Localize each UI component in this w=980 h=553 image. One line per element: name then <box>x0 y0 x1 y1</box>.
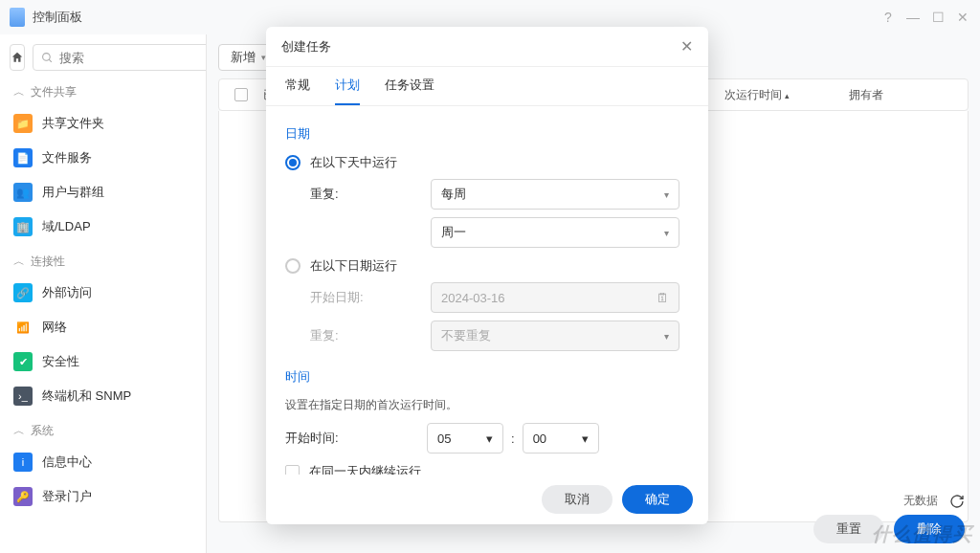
sidebar-item-filesvc[interactable]: 📄文件服务 <box>0 141 206 175</box>
search-icon <box>41 52 54 64</box>
chevron-down-icon: ▾ <box>486 431 493 446</box>
section-conn[interactable]: ︿连接性 <box>0 244 206 276</box>
repeat-select[interactable]: 每周▾ <box>431 179 679 210</box>
sidebar-item-ldap[interactable]: 🏢域/LDAP <box>0 210 206 244</box>
sort-asc-icon: ▴ <box>785 91 790 100</box>
sidebar-item-net[interactable]: 📶网络 <box>0 310 206 344</box>
chevron-up-icon: ︿ <box>13 423 25 439</box>
chevron-down-icon: ▾ <box>664 189 669 200</box>
shield-icon: ✔ <box>13 352 33 371</box>
hour-select[interactable]: 05▾ <box>427 423 503 453</box>
window-title: 控制面板 <box>33 9 871 26</box>
weekday-select[interactable]: 周一▾ <box>431 217 679 248</box>
repeat2-select: 不要重复▾ <box>431 321 679 351</box>
tab-general[interactable]: 常规 <box>285 77 310 105</box>
tab-task[interactable]: 任务设置 <box>385 77 434 105</box>
sidebar-item-shared[interactable]: 📁共享文件夹 <box>0 106 206 141</box>
col-owner[interactable]: 拥有者 <box>843 87 958 103</box>
home-button[interactable] <box>10 44 25 71</box>
section-file[interactable]: ︿文件共享 <box>0 75 206 106</box>
domain-icon: 🏢 <box>13 217 33 236</box>
search-input[interactable] <box>59 51 207 65</box>
sidebar-item-ext[interactable]: 🔗外部访问 <box>0 276 206 310</box>
close-icon[interactable]: ✕ <box>955 10 970 25</box>
info-icon: i <box>13 453 33 472</box>
dialog-title: 创建任务 <box>281 38 680 55</box>
chevron-down-icon: ▾ <box>664 228 669 238</box>
col-nextrun[interactable]: 次运行时间 ▴ <box>719 87 843 103</box>
search-input-wrap[interactable] <box>33 44 207 71</box>
checkbox-icon <box>285 465 300 476</box>
radio-on-icon <box>285 155 301 170</box>
label-start-time: 开始时间: <box>285 430 419 447</box>
sidebar: ︿文件共享 📁共享文件夹 📄文件服务 👥用户与群组 🏢域/LDAP ︿连接性 🔗… <box>0 34 207 553</box>
chevron-down-icon: ▾ <box>582 431 589 446</box>
label-start-date: 开始日期: <box>285 289 419 306</box>
portal-icon: 🔑 <box>13 487 33 506</box>
maximize-icon[interactable]: ☐ <box>930 10 946 25</box>
chevron-up-icon: ︿ <box>13 254 25 270</box>
svg-point-0 <box>43 53 51 60</box>
same-day-checkbox-row[interactable]: 在同一天内继续运行 <box>285 463 689 475</box>
select-all-checkbox[interactable] <box>234 88 248 101</box>
sidebar-item-users[interactable]: 👥用户与群组 <box>0 175 206 210</box>
calendar-icon: 🗓 <box>657 291 669 305</box>
secondary-button[interactable]: 删除 <box>894 515 965 543</box>
help-icon[interactable]: ? <box>880 10 896 25</box>
reset-button[interactable]: 重置 <box>813 515 884 543</box>
radio-off-icon <box>285 258 301 274</box>
folder-icon: 📁 <box>13 114 33 133</box>
time-note: 设置在指定日期的首次运行时间。 <box>285 397 689 413</box>
file-icon: 📄 <box>13 148 33 167</box>
sidebar-item-portal[interactable]: 🔑登录门户 <box>0 479 206 514</box>
refresh-icon[interactable] <box>949 494 965 509</box>
dialog-close-icon[interactable]: ✕ <box>680 37 693 55</box>
ok-button[interactable]: 确定 <box>622 485 693 514</box>
label-repeat2: 重复: <box>285 327 419 344</box>
minute-select[interactable]: 00▾ <box>523 423 599 453</box>
network-icon: 📶 <box>13 318 33 337</box>
svg-line-1 <box>49 59 52 62</box>
section-time-heading: 时间 <box>285 368 689 386</box>
start-date-input: 2024-03-16🗓 <box>431 282 679 313</box>
tab-schedule[interactable]: 计划 <box>335 77 360 105</box>
chevron-down-icon: ▾ <box>664 331 669 342</box>
sidebar-item-term[interactable]: ›_终端机和 SNMP <box>0 379 206 413</box>
section-sys[interactable]: ︿系统 <box>0 413 206 445</box>
label-repeat: 重复: <box>285 186 419 203</box>
minimize-icon[interactable]: — <box>905 10 921 25</box>
users-icon: 👥 <box>13 183 33 202</box>
time-colon: : <box>511 431 515 446</box>
cancel-button[interactable]: 取消 <box>542 485 612 514</box>
app-icon <box>10 8 25 27</box>
no-data-label: 无数据 <box>903 493 938 509</box>
radio-run-date[interactable]: 在以下日期运行 <box>285 257 689 275</box>
sidebar-item-sec[interactable]: ✔安全性 <box>0 344 206 379</box>
radio-run-days[interactable]: 在以下天中运行 <box>285 154 689 171</box>
section-date-heading: 日期 <box>285 125 689 143</box>
terminal-icon: ›_ <box>13 387 33 406</box>
chevron-up-icon: ︿ <box>13 84 25 100</box>
link-icon: 🔗 <box>13 283 33 302</box>
create-task-dialog: 创建任务 ✕ 常规 计划 任务设置 日期 在以下天中运行 重复: 每周▾ 周一▾… <box>266 27 708 524</box>
sidebar-item-info[interactable]: i信息中心 <box>0 445 206 479</box>
